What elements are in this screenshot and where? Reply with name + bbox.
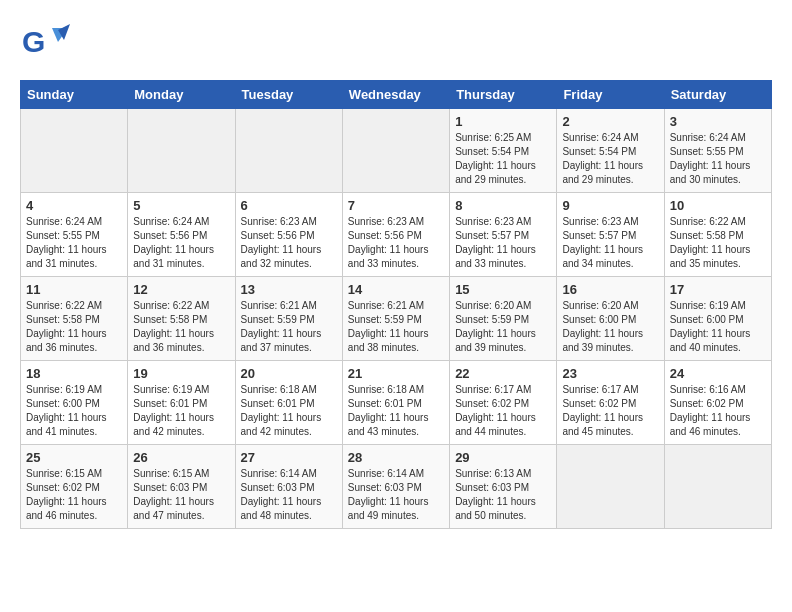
logo-icon: G — [20, 20, 70, 70]
cell-sunset: Sunset: 5:54 PM — [455, 146, 529, 157]
cell-sunset: Sunset: 6:03 PM — [133, 482, 207, 493]
calendar-cell — [235, 109, 342, 193]
calendar-cell: 3Sunrise: 6:24 AMSunset: 5:55 PMDaylight… — [664, 109, 771, 193]
day-number: 27 — [241, 450, 337, 465]
day-number: 16 — [562, 282, 658, 297]
calendar-cell: 29Sunrise: 6:13 AMSunset: 6:03 PMDayligh… — [450, 445, 557, 529]
day-number: 2 — [562, 114, 658, 129]
cell-daylight: Daylight: 11 hours and 39 minutes. — [455, 328, 536, 353]
day-number: 10 — [670, 198, 766, 213]
cell-daylight: Daylight: 11 hours and 31 minutes. — [133, 244, 214, 269]
cell-sunset: Sunset: 5:59 PM — [241, 314, 315, 325]
calendar-header-row: SundayMondayTuesdayWednesdayThursdayFrid… — [21, 81, 772, 109]
calendar-week-row: 11Sunrise: 6:22 AMSunset: 5:58 PMDayligh… — [21, 277, 772, 361]
cell-sunrise: Sunrise: 6:20 AM — [562, 300, 638, 311]
cell-sunset: Sunset: 6:00 PM — [26, 398, 100, 409]
cell-sunrise: Sunrise: 6:17 AM — [562, 384, 638, 395]
calendar-week-row: 25Sunrise: 6:15 AMSunset: 6:02 PMDayligh… — [21, 445, 772, 529]
cell-daylight: Daylight: 11 hours and 40 minutes. — [670, 328, 751, 353]
cell-daylight: Daylight: 11 hours and 46 minutes. — [670, 412, 751, 437]
calendar-cell — [128, 109, 235, 193]
cell-sunset: Sunset: 5:55 PM — [670, 146, 744, 157]
cell-sunrise: Sunrise: 6:16 AM — [670, 384, 746, 395]
calendar-cell: 24Sunrise: 6:16 AMSunset: 6:02 PMDayligh… — [664, 361, 771, 445]
cell-sunset: Sunset: 5:59 PM — [348, 314, 422, 325]
cell-sunset: Sunset: 5:59 PM — [455, 314, 529, 325]
day-number: 20 — [241, 366, 337, 381]
calendar-cell: 4Sunrise: 6:24 AMSunset: 5:55 PMDaylight… — [21, 193, 128, 277]
calendar-cell — [557, 445, 664, 529]
cell-daylight: Daylight: 11 hours and 32 minutes. — [241, 244, 322, 269]
cell-sunset: Sunset: 6:01 PM — [133, 398, 207, 409]
cell-sunrise: Sunrise: 6:22 AM — [670, 216, 746, 227]
calendar-cell: 16Sunrise: 6:20 AMSunset: 6:00 PMDayligh… — [557, 277, 664, 361]
calendar-week-row: 1Sunrise: 6:25 AMSunset: 5:54 PMDaylight… — [21, 109, 772, 193]
cell-sunrise: Sunrise: 6:22 AM — [26, 300, 102, 311]
cell-daylight: Daylight: 11 hours and 31 minutes. — [26, 244, 107, 269]
day-header-wednesday: Wednesday — [342, 81, 449, 109]
cell-sunset: Sunset: 5:56 PM — [348, 230, 422, 241]
calendar-cell: 28Sunrise: 6:14 AMSunset: 6:03 PMDayligh… — [342, 445, 449, 529]
cell-sunset: Sunset: 5:54 PM — [562, 146, 636, 157]
day-number: 29 — [455, 450, 551, 465]
calendar-cell — [342, 109, 449, 193]
cell-daylight: Daylight: 11 hours and 45 minutes. — [562, 412, 643, 437]
calendar-cell: 9Sunrise: 6:23 AMSunset: 5:57 PMDaylight… — [557, 193, 664, 277]
day-number: 13 — [241, 282, 337, 297]
day-header-saturday: Saturday — [664, 81, 771, 109]
cell-daylight: Daylight: 11 hours and 33 minutes. — [455, 244, 536, 269]
calendar-cell — [664, 445, 771, 529]
cell-daylight: Daylight: 11 hours and 37 minutes. — [241, 328, 322, 353]
calendar-table: SundayMondayTuesdayWednesdayThursdayFrid… — [20, 80, 772, 529]
cell-sunset: Sunset: 5:58 PM — [133, 314, 207, 325]
cell-daylight: Daylight: 11 hours and 49 minutes. — [348, 496, 429, 521]
cell-sunrise: Sunrise: 6:24 AM — [133, 216, 209, 227]
cell-sunrise: Sunrise: 6:24 AM — [670, 132, 746, 143]
cell-daylight: Daylight: 11 hours and 46 minutes. — [26, 496, 107, 521]
cell-daylight: Daylight: 11 hours and 50 minutes. — [455, 496, 536, 521]
cell-daylight: Daylight: 11 hours and 29 minutes. — [455, 160, 536, 185]
cell-sunset: Sunset: 5:58 PM — [26, 314, 100, 325]
day-number: 21 — [348, 366, 444, 381]
cell-sunrise: Sunrise: 6:23 AM — [455, 216, 531, 227]
calendar-week-row: 4Sunrise: 6:24 AMSunset: 5:55 PMDaylight… — [21, 193, 772, 277]
calendar-cell: 14Sunrise: 6:21 AMSunset: 5:59 PMDayligh… — [342, 277, 449, 361]
calendar-cell: 1Sunrise: 6:25 AMSunset: 5:54 PMDaylight… — [450, 109, 557, 193]
logo: G — [20, 20, 74, 70]
day-header-sunday: Sunday — [21, 81, 128, 109]
cell-sunset: Sunset: 5:58 PM — [670, 230, 744, 241]
cell-sunset: Sunset: 5:55 PM — [26, 230, 100, 241]
day-number: 4 — [26, 198, 122, 213]
cell-sunrise: Sunrise: 6:21 AM — [241, 300, 317, 311]
cell-sunset: Sunset: 5:57 PM — [455, 230, 529, 241]
day-number: 17 — [670, 282, 766, 297]
day-number: 15 — [455, 282, 551, 297]
calendar-cell: 7Sunrise: 6:23 AMSunset: 5:56 PMDaylight… — [342, 193, 449, 277]
cell-daylight: Daylight: 11 hours and 29 minutes. — [562, 160, 643, 185]
cell-daylight: Daylight: 11 hours and 48 minutes. — [241, 496, 322, 521]
cell-sunrise: Sunrise: 6:21 AM — [348, 300, 424, 311]
calendar-cell: 8Sunrise: 6:23 AMSunset: 5:57 PMDaylight… — [450, 193, 557, 277]
day-number: 24 — [670, 366, 766, 381]
day-number: 1 — [455, 114, 551, 129]
cell-sunrise: Sunrise: 6:24 AM — [26, 216, 102, 227]
calendar-cell: 23Sunrise: 6:17 AMSunset: 6:02 PMDayligh… — [557, 361, 664, 445]
cell-sunrise: Sunrise: 6:18 AM — [241, 384, 317, 395]
calendar-cell: 12Sunrise: 6:22 AMSunset: 5:58 PMDayligh… — [128, 277, 235, 361]
cell-sunrise: Sunrise: 6:23 AM — [562, 216, 638, 227]
cell-daylight: Daylight: 11 hours and 42 minutes. — [241, 412, 322, 437]
cell-sunset: Sunset: 6:02 PM — [455, 398, 529, 409]
cell-sunset: Sunset: 6:01 PM — [241, 398, 315, 409]
day-number: 11 — [26, 282, 122, 297]
day-number: 26 — [133, 450, 229, 465]
cell-daylight: Daylight: 11 hours and 34 minutes. — [562, 244, 643, 269]
cell-sunrise: Sunrise: 6:19 AM — [26, 384, 102, 395]
cell-sunrise: Sunrise: 6:13 AM — [455, 468, 531, 479]
cell-sunrise: Sunrise: 6:20 AM — [455, 300, 531, 311]
cell-sunset: Sunset: 5:56 PM — [133, 230, 207, 241]
calendar-cell: 17Sunrise: 6:19 AMSunset: 6:00 PMDayligh… — [664, 277, 771, 361]
cell-daylight: Daylight: 11 hours and 42 minutes. — [133, 412, 214, 437]
day-number: 28 — [348, 450, 444, 465]
day-number: 12 — [133, 282, 229, 297]
cell-sunset: Sunset: 6:00 PM — [670, 314, 744, 325]
